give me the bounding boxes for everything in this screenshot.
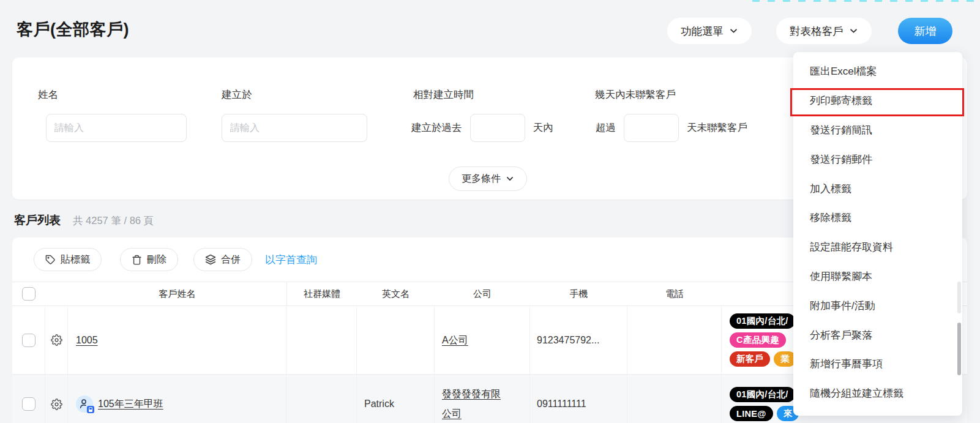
header-company: 公司: [435, 288, 530, 300]
days-no-contact-input[interactable]: [624, 114, 679, 142]
phone-cell: [627, 375, 722, 423]
english-name-cell: [357, 306, 435, 374]
trash-icon: [132, 255, 142, 265]
lock-icon: [87, 406, 94, 413]
menu-item-set-access[interactable]: 設定誰能存取資料: [793, 233, 962, 262]
english-name-cell: Patrick: [357, 375, 435, 423]
select-all-checkbox[interactable]: [22, 287, 36, 301]
prefix-search-link[interactable]: 以字首查詢: [265, 253, 317, 267]
days-no-contact-suffix: 天未聯繫客戶: [687, 121, 747, 135]
header-mobile: 手機: [530, 288, 627, 300]
table-customers-actions-button[interactable]: 對表格客戶: [776, 18, 872, 44]
header-social-media: 社群媒體: [286, 282, 357, 305]
tag-pill[interactable]: C產品興趣: [730, 332, 786, 348]
customer-name-link[interactable]: 105年三年甲班: [98, 398, 163, 411]
page-title: 客戶(全部客戶): [17, 18, 129, 40]
menu-item-export-excel[interactable]: 匯出Excel檔案: [793, 57, 962, 86]
apply-tag-button[interactable]: 貼標籤: [34, 248, 102, 271]
mobile-cell: 9123475792...: [530, 306, 627, 374]
dropdown-scrollbar-track[interactable]: [957, 282, 961, 313]
list-title: 客戶列表: [14, 212, 61, 228]
tag-pill[interactable]: 01國內/台北/: [730, 387, 795, 402]
tag-pill[interactable]: LINE@: [730, 406, 773, 421]
menu-item-send-marketing-sms[interactable]: 發送行銷簡訊: [793, 116, 962, 145]
mobile-cell: 0911111111: [530, 375, 627, 423]
header-english-name: 英文名: [357, 288, 435, 300]
created-at-filter-input[interactable]: [222, 114, 367, 142]
relative-created-days-input[interactable]: [470, 114, 525, 142]
days-no-contact-prefix: 超過: [596, 121, 616, 135]
menu-item-print-mailing-labels[interactable]: 列印郵寄標籤: [793, 86, 962, 116]
gear-icon[interactable]: [51, 399, 62, 410]
name-filter-input[interactable]: [46, 114, 187, 142]
social-media-cell: [286, 375, 357, 423]
row-checkbox[interactable]: [22, 334, 36, 347]
delete-button[interactable]: 刪除: [120, 248, 178, 271]
merge-button[interactable]: 合併: [193, 248, 252, 271]
customer-name-link[interactable]: 1005: [76, 335, 98, 346]
tag-icon: [45, 255, 56, 265]
relative-created-prefix: 建立於過去: [411, 121, 462, 135]
chevron-down-icon: [849, 26, 858, 36]
company-link[interactable]: A公司: [442, 331, 468, 350]
customer-locked-avatar-icon: [76, 395, 93, 413]
function-menu-label: 功能選單: [681, 24, 724, 39]
days-no-contact-filter-label: 幾天內未聯繫客戶: [595, 88, 676, 102]
layers-icon: [205, 254, 216, 265]
tag-pill[interactable]: 01國內/台北/: [730, 313, 795, 329]
function-menu-button[interactable]: 功能選單: [667, 18, 752, 44]
phone-cell: [627, 306, 722, 374]
menu-item-random-group-tag[interactable]: 隨機分組並建立標籤: [793, 379, 962, 408]
chevron-down-icon: [506, 174, 514, 183]
list-heading: 客戶列表 共 4257 筆 / 86 頁: [14, 212, 154, 228]
chevron-down-icon: [729, 26, 738, 36]
merge-label: 合併: [221, 253, 241, 266]
menu-item-add-tag[interactable]: 加入標籤: [793, 174, 962, 203]
social-media-cell: [286, 306, 357, 374]
company-link[interactable]: 發發發發有限公司: [442, 384, 505, 423]
screenshot-dash-artifact: [752, 0, 980, 2]
menu-item-use-contact-script[interactable]: 使用聯繫腳本: [793, 262, 962, 291]
customers-page: 客戶(全部客戶) 功能選單 對表格客戶 新增 姓名 建立於 相對建立時間 建立於…: [0, 0, 980, 423]
menu-item-remove-tag[interactable]: 移除標籤: [793, 203, 962, 233]
relative-created-filter-label: 相對建立時間: [413, 88, 474, 102]
list-count: 共 4257 筆 / 86 頁: [73, 214, 154, 228]
table-actions-dropdown: 匯出Excel檔案 列印郵寄標籤 發送行銷簡訊 發送行銷郵件 加入標籤 移除標籤…: [793, 52, 962, 416]
menu-item-analyze-clusters[interactable]: 分析客戶聚落: [793, 320, 962, 350]
created-at-filter-label: 建立於: [222, 88, 252, 102]
more-conditions-button[interactable]: 更多條件: [449, 167, 527, 191]
menu-item-attach-event[interactable]: 附加事件/活動: [793, 291, 962, 320]
header-customer-name: 客戶姓名: [68, 288, 286, 300]
table-customers-actions-label: 對表格客戶: [790, 24, 843, 39]
more-conditions-label: 更多條件: [462, 173, 501, 185]
menu-item-add-calendar-entry[interactable]: 新增行事曆事項: [793, 350, 962, 379]
header-phone: 電話: [627, 288, 722, 300]
delete-label: 刪除: [147, 253, 166, 266]
add-button[interactable]: 新增: [898, 18, 952, 44]
dropdown-scrollbar-thumb[interactable]: [957, 323, 961, 375]
menu-item-send-marketing-email[interactable]: 發送行銷郵件: [793, 144, 962, 174]
row-checkbox[interactable]: [22, 397, 36, 411]
tag-pill[interactable]: 新客戶: [730, 351, 770, 367]
relative-created-suffix: 天內: [533, 121, 553, 135]
apply-tag-label: 貼標籤: [61, 253, 90, 266]
name-filter-label: 姓名: [38, 88, 58, 102]
gear-icon[interactable]: [51, 334, 62, 346]
